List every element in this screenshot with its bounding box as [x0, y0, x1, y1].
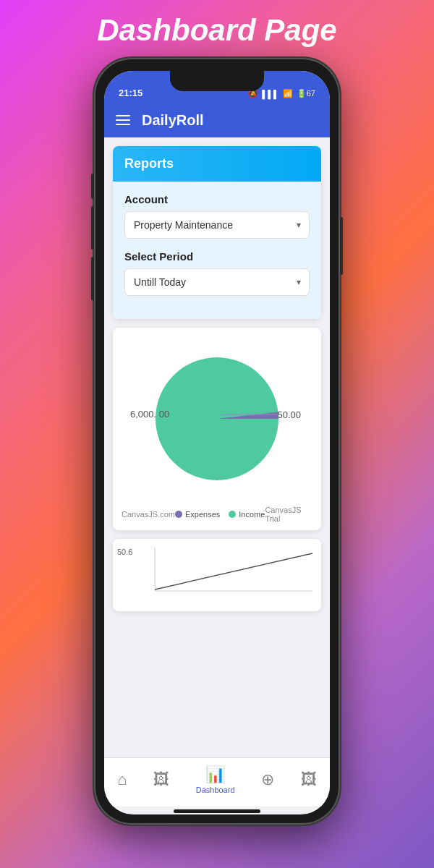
battery-icon: 🔋67 [297, 89, 315, 98]
canvasjs-trial: CanvasJS Trial [265, 506, 312, 523]
reports-header: Reports [113, 146, 321, 182]
app-title: DailyRoll [142, 112, 204, 129]
account-label: Account [124, 193, 310, 205]
reports-title: Reports [124, 156, 174, 171]
chart-footer: CanvasJS.com Expenses Income CanvasJS Tr… [113, 501, 321, 530]
signal-icon: ▌▌▌ [262, 90, 278, 98]
dashboard-label: Dashboard [196, 786, 235, 794]
period-select-wrapper[interactable]: Untill Today This Month Last Month Custo… [124, 268, 310, 296]
account-select[interactable]: Property Maintenance Other Account [124, 211, 310, 239]
phone-notch [170, 71, 264, 91]
main-content: Reports Account Property Maintenance Oth… [104, 137, 330, 757]
account-select-wrapper[interactable]: Property Maintenance Other Account ▾ [124, 211, 310, 239]
reports-card: Reports Account Property Maintenance Oth… [113, 146, 321, 319]
bottom-nav: ⌂ 🖼 📊 Dashboard ⊕ 🖼 [104, 757, 330, 807]
canvasjs-credit: CanvasJS.com [122, 510, 175, 519]
income-label: 6,000. 00 [130, 409, 169, 421]
hamburger-menu-button[interactable] [116, 115, 130, 125]
legend-income: Income [229, 510, 265, 519]
home-indicator [174, 809, 260, 813]
reports-icon: ⊕ [261, 770, 274, 789]
gallery1-icon: 🖼 [153, 770, 169, 789]
nav-home[interactable]: ⌂ [109, 767, 135, 792]
dashboard-icon: 📊 [205, 765, 225, 784]
legend-expenses: Expenses [175, 510, 220, 519]
donut-chart-container: 6,000. 00 50.00 [113, 328, 321, 501]
status-icons: 🔕 ▌▌▌ 📶 🔋67 [248, 89, 315, 98]
y-axis-label: 50.6 [117, 548, 132, 556]
side-button-power [340, 217, 343, 275]
line-chart-inner: 50.6 [113, 539, 321, 611]
side-button-vol-down [91, 257, 94, 300]
home-icon: ⌂ [117, 770, 127, 789]
phone-screen: 21:15 🔕 ▌▌▌ 📶 🔋67 DailyRoll Reports [104, 71, 330, 814]
chart-connector-line [221, 414, 279, 415]
status-time: 21:15 [119, 88, 142, 98]
phone-wrapper: 21:15 🔕 ▌▌▌ 📶 🔋67 DailyRoll Reports [94, 58, 340, 825]
gallery2-icon: 🖼 [301, 770, 317, 789]
reports-body: Account Property Maintenance Other Accou… [113, 182, 321, 319]
nav-bar: DailyRoll [104, 103, 330, 137]
nav-gallery2[interactable]: 🖼 [292, 767, 326, 792]
period-label: Select Period [124, 250, 310, 263]
nav-gallery1[interactable]: 🖼 [145, 767, 178, 792]
expenses-label: Expenses [185, 510, 220, 519]
line-chart-svg [142, 548, 312, 598]
period-select[interactable]: Untill Today This Month Last Month Custo… [124, 268, 310, 296]
expenses-dot [175, 511, 182, 518]
nav-reports[interactable]: ⊕ [252, 767, 283, 792]
income-label: Income [239, 510, 265, 519]
expense-value-label: 50.00 [277, 409, 301, 420]
chart-legend: Expenses Income [175, 510, 265, 519]
side-button-vol-up [91, 206, 94, 250]
page-title-banner: Dashboard Page [0, 0, 434, 58]
income-dot [229, 511, 236, 518]
side-button-silent [91, 174, 94, 199]
donut-chart-card: 6,000. 00 50.00 CanvasJS.com [113, 328, 321, 530]
wifi-icon: 📶 [283, 89, 293, 98]
nav-dashboard[interactable]: 📊 Dashboard [187, 762, 244, 797]
line-chart-card: 50.6 [113, 539, 321, 611]
